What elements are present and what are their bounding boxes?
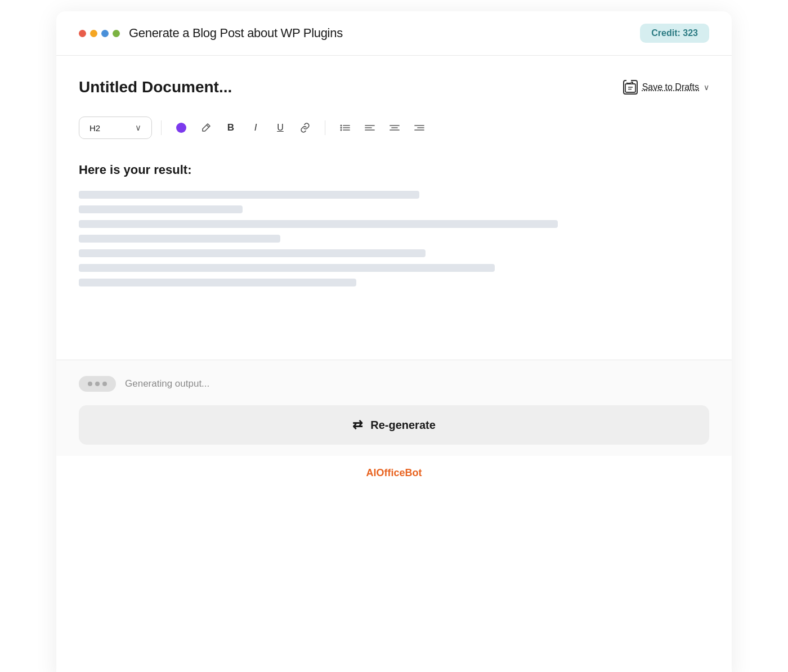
doc-title: Untitled Document...	[79, 78, 232, 96]
svg-point-9	[341, 129, 342, 131]
toolbar-divider-2	[325, 120, 325, 135]
color-dot	[176, 123, 186, 133]
loading-dot-2	[95, 382, 100, 386]
skeleton-line	[79, 220, 558, 228]
skeleton-line	[79, 264, 495, 272]
save-drafts-button[interactable]: Save to Drafts ∨	[623, 80, 709, 95]
align-right-button[interactable]	[409, 117, 430, 138]
app-container: Generate a Blog Post about WP Plugins Cr…	[56, 11, 732, 672]
header-title: Generate a Blog Post about WP Plugins	[129, 26, 343, 41]
bold-button[interactable]: B	[220, 117, 241, 138]
regenerate-button[interactable]: ⇄ Re-generate	[79, 405, 709, 445]
dot-green	[113, 30, 120, 37]
skeleton-line	[79, 235, 280, 243]
underline-button[interactable]: U	[270, 117, 291, 138]
toolbar: H2 ∨ B I U	[79, 113, 709, 142]
credit-badge: Credit: 323	[640, 24, 709, 43]
generating-text: Generating output...	[125, 378, 209, 389]
doc-icon	[623, 80, 638, 95]
skeleton-line	[79, 249, 426, 257]
bottom-section: Generating output... ⇄ Re-generate	[56, 360, 732, 456]
window-dots	[79, 30, 120, 37]
svg-rect-0	[625, 84, 635, 92]
loading-dot-1	[88, 382, 92, 386]
svg-point-7	[341, 125, 342, 127]
align-center-button[interactable]	[384, 117, 405, 138]
header-left: Generate a Blog Post about WP Plugins	[79, 26, 343, 41]
heading-select[interactable]: H2 ∨	[79, 117, 152, 139]
regenerate-icon: ⇄	[352, 418, 362, 432]
save-drafts-chevron: ∨	[704, 83, 709, 92]
skeleton-lines	[79, 191, 709, 286]
heading-select-value: H2	[89, 123, 100, 133]
align-left-button[interactable]	[359, 117, 380, 138]
doc-header: Untitled Document... Save to Drafts ∨	[79, 78, 709, 96]
content-area: Here is your result:	[79, 163, 709, 343]
pen-tool-button[interactable]	[195, 117, 217, 138]
loading-dot-3	[102, 382, 107, 386]
skeleton-line	[79, 279, 356, 286]
svg-line-3	[207, 125, 209, 127]
italic-button[interactable]: I	[245, 117, 266, 138]
svg-point-8	[341, 127, 342, 129]
skeleton-line	[79, 191, 419, 199]
result-heading: Here is your result:	[79, 163, 709, 177]
header: Generate a Blog Post about WP Plugins Cr…	[56, 11, 732, 56]
loading-dots	[79, 376, 116, 392]
regenerate-label: Re-generate	[370, 419, 436, 432]
brand-name: AIOfficeBot	[366, 467, 422, 478]
save-drafts-label: Save to Drafts	[642, 82, 699, 92]
generating-row: Generating output...	[79, 376, 709, 392]
heading-select-arrow: ∨	[135, 123, 141, 133]
color-picker-button[interactable]	[171, 117, 192, 138]
link-button[interactable]	[294, 117, 316, 138]
dot-red	[79, 30, 86, 37]
dot-blue	[101, 30, 109, 37]
document-area: Untitled Document... Save to Drafts ∨ H2	[56, 56, 732, 360]
toolbar-divider-1	[161, 120, 162, 135]
skeleton-line	[79, 205, 243, 213]
list-button[interactable]	[334, 117, 356, 138]
footer: AIOfficeBot	[56, 456, 732, 496]
dot-orange	[90, 30, 97, 37]
